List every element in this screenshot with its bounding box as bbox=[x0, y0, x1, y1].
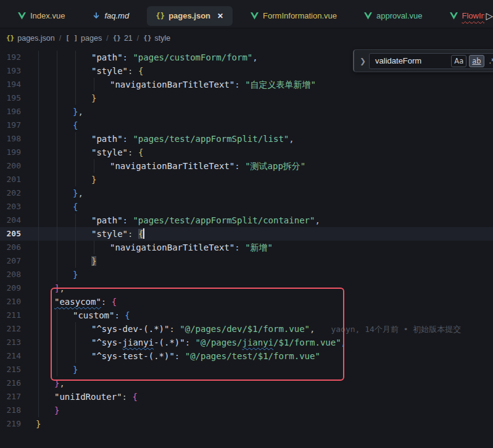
code-line[interactable]: 213"^sys-jianyi-(.*)": "@/pages/jianyi/$… bbox=[0, 336, 493, 349]
code-token: "style" bbox=[91, 147, 128, 157]
code-token: , bbox=[289, 134, 294, 144]
vue-icon bbox=[364, 12, 372, 20]
code-line[interactable]: 211"custom": { bbox=[0, 309, 493, 322]
tab-flowinfo-vu[interactable]: FlowInfo.vu bbox=[441, 6, 485, 26]
tab-faq-md[interactable]: faq.md bbox=[83, 6, 138, 26]
code-token: , bbox=[59, 283, 64, 293]
symbol-icon: [ ] bbox=[65, 34, 78, 42]
line-number: 216 bbox=[0, 376, 28, 390]
match-case-button[interactable]: Aa bbox=[451, 55, 466, 67]
code-line[interactable]: 214"^sys-test-(.*)": "@/pages/test/$1/fo… bbox=[0, 349, 493, 363]
code-line[interactable]: 199"style": { bbox=[0, 146, 493, 159]
code-token: "navigationBarTitleText" bbox=[110, 243, 234, 252]
code-line[interactable]: 201} bbox=[0, 173, 493, 186]
markdown-arrow-icon bbox=[92, 12, 100, 20]
code-line[interactable]: 207} bbox=[0, 254, 493, 268]
code-text: } bbox=[28, 363, 78, 376]
whole-word-button[interactable]: ab bbox=[469, 55, 484, 67]
code-token: , bbox=[310, 324, 315, 334]
code-token: "@/pages/test/$1/form.vue" bbox=[185, 351, 320, 361]
code-line[interactable]: 217"uniIdRouter": { bbox=[0, 390, 493, 404]
code-text: "path": "pages/test/appFormSplit/list", bbox=[28, 132, 294, 146]
code-token: { bbox=[112, 297, 117, 307]
regex-button[interactable]: .* bbox=[487, 56, 493, 67]
line-number: 217 bbox=[0, 390, 28, 404]
line-number: 200 bbox=[0, 159, 28, 173]
code-line[interactable]: 210"easycom": { bbox=[0, 295, 493, 309]
code-token: : bbox=[234, 243, 245, 252]
code-token: { bbox=[138, 229, 143, 239]
code-text: }, bbox=[28, 186, 83, 200]
close-tab-icon[interactable]: ✕ bbox=[217, 12, 223, 20]
code-text: } bbox=[28, 173, 96, 186]
whole-word-label: ab bbox=[472, 57, 481, 65]
code-text: "uniIdRouter": { bbox=[28, 390, 138, 404]
breadcrumb-item-21[interactable]: {}21 bbox=[113, 34, 133, 43]
line-number: 218 bbox=[0, 404, 28, 417]
code-line[interactable]: 208} bbox=[0, 268, 493, 281]
code-line[interactable]: 194"navigationBarTitleText": "自定义表单新增" bbox=[0, 78, 493, 91]
code-line[interactable]: 209], bbox=[0, 281, 493, 295]
line-number: 198 bbox=[0, 132, 28, 146]
code-line[interactable]: 198"path": "pages/test/appFormSplit/list… bbox=[0, 132, 493, 146]
code-line[interactable]: 200"navigationBarTitleText": "测试app拆分" bbox=[0, 159, 493, 173]
code-token: : bbox=[101, 297, 112, 307]
json-braces-icon: {} bbox=[156, 12, 164, 20]
line-number: 195 bbox=[0, 91, 28, 105]
code-editor[interactable]: 192"path": "pages/customForm/form",193"s… bbox=[0, 47, 493, 448]
code-text: "custom": { bbox=[28, 309, 130, 322]
code-line[interactable]: 202}, bbox=[0, 186, 493, 200]
code-line[interactable]: 203{ bbox=[0, 200, 493, 214]
code-text: ], bbox=[28, 281, 65, 295]
code-token: : bbox=[234, 161, 245, 171]
code-token: : bbox=[122, 392, 133, 402]
code-token: "path" bbox=[91, 52, 123, 62]
code-token: "pages/test/appFormSplit/list" bbox=[133, 134, 289, 144]
vue-icon bbox=[450, 12, 458, 20]
tab-forminformation-vue[interactable]: FormInformation.vue bbox=[241, 6, 346, 26]
code-line[interactable]: 212"^sys-dev-(.*)": "@/pages/dev/$1/form… bbox=[0, 322, 493, 336]
line-number: 196 bbox=[0, 105, 28, 118]
code-line[interactable]: 216}, bbox=[0, 376, 493, 390]
symbol-icon: {} bbox=[113, 34, 121, 42]
code-token: , bbox=[315, 215, 320, 225]
code-line[interactable]: 195} bbox=[0, 91, 493, 105]
code-token: jianyi bbox=[123, 338, 154, 347]
code-text: "navigationBarTitleText": "测试app拆分" bbox=[28, 159, 305, 173]
code-token: "style" bbox=[91, 66, 128, 76]
breadcrumb-item-pages-json[interactable]: {}pages.json bbox=[6, 34, 55, 43]
find-expand-toggle-icon[interactable]: ❯ bbox=[357, 57, 369, 65]
code-token: "path" bbox=[91, 215, 123, 225]
code-line[interactable]: 196}, bbox=[0, 105, 493, 118]
code-line[interactable]: 219} bbox=[0, 417, 493, 431]
code-token: { bbox=[138, 66, 143, 76]
code-token: "navigationBarTitleText" bbox=[110, 80, 234, 89]
code-token: : bbox=[123, 52, 133, 62]
code-line[interactable]: 204"path": "pages/test/appFormSplit/cont… bbox=[0, 214, 493, 227]
code-token: "测试app拆分" bbox=[245, 161, 305, 171]
code-text: } bbox=[28, 268, 78, 281]
code-token: , bbox=[78, 188, 83, 198]
code-line[interactable]: 197{ bbox=[0, 118, 493, 132]
tab-scroll-indicator-icon[interactable]: ▷ bbox=[486, 10, 493, 22]
breadcrumb-item-style[interactable]: {}style bbox=[143, 34, 170, 43]
breadcrumb-item-pages[interactable]: [ ]pages bbox=[65, 34, 102, 43]
find-query-text: validateForm bbox=[375, 56, 449, 65]
code-text: "path": "pages/test/appFormSplit/contain… bbox=[28, 214, 320, 227]
find-input[interactable]: validateForm Aa ab .* bbox=[369, 53, 493, 69]
breadcrumb-label: 21 bbox=[124, 34, 133, 43]
code-token: : bbox=[128, 66, 138, 76]
code-text: "style": { bbox=[28, 64, 143, 78]
code-line[interactable]: 215} bbox=[0, 363, 493, 376]
tab-pages-json[interactable]: {}pages.json✕ bbox=[147, 6, 233, 26]
line-number: 213 bbox=[0, 336, 28, 349]
tab-index-vue[interactable]: Index.vue bbox=[9, 6, 74, 26]
code-line[interactable]: 206"navigationBarTitleText": "新增" bbox=[0, 241, 493, 254]
line-number: 192 bbox=[0, 51, 28, 64]
code-token: } bbox=[91, 93, 96, 103]
code-line[interactable]: 205"style": { bbox=[0, 227, 493, 241]
code-text: "easycom": { bbox=[28, 295, 117, 309]
tab-approval-vue[interactable]: approval.vue bbox=[355, 6, 431, 26]
line-number: 194 bbox=[0, 78, 28, 91]
code-line[interactable]: 218} bbox=[0, 404, 493, 417]
